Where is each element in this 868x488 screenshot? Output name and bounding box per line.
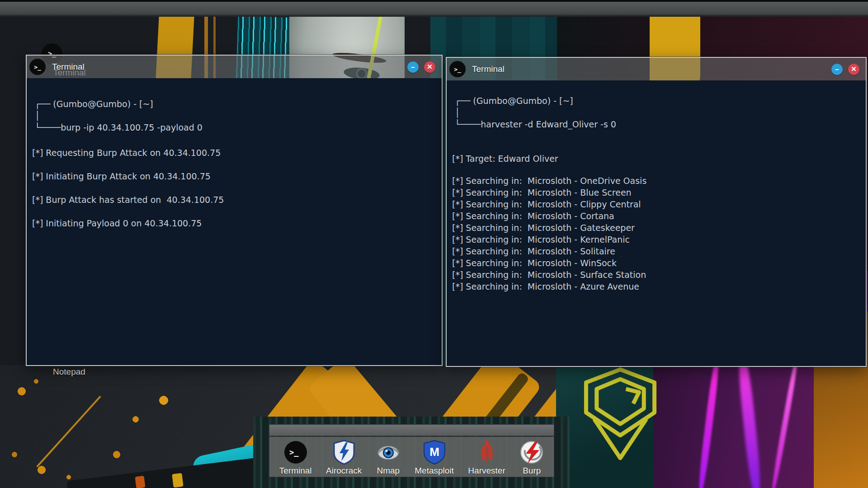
airocrack-icon (332, 440, 356, 465)
taskbar-handle[interactable] (269, 424, 554, 436)
titlebar[interactable]: >_ Terminal − ✕ (447, 58, 866, 80)
taskbar-label: Metasploit (415, 466, 454, 476)
terminal-glyph: >_ (454, 66, 461, 73)
nmap-icon (376, 440, 401, 465)
minimize-button[interactable]: − (831, 64, 843, 75)
output-line: [*] Target: Edward Oliver (452, 153, 861, 164)
terminal-output-area[interactable]: ┌── (Gumbo@Gumbo) - [~] │ └────burp -ip … (27, 78, 442, 365)
taskbar-item-harvester[interactable]: Harvester (468, 440, 505, 476)
output-line: [*] Initiating Payload 0 on 40.34.100.75 (32, 217, 437, 229)
terminal-window-harvester: >_ Terminal − ✕ ┌── (Gumbo@Gumbo) - [~] … (446, 57, 867, 367)
output-line: [*] Searching in: Microsloth - Gateskeep… (452, 222, 861, 234)
desktop: >_ Terminal Notepad >_ Terminal − ✕ ┌── … (0, 0, 868, 488)
terminal-output-area[interactable]: ┌── (Gumbo@Gumbo) - [~] │ └────harvester… (447, 80, 866, 366)
close-button[interactable]: ✕ (424, 61, 435, 73)
taskbar-item-metasploit[interactable]: M Metasploit (415, 440, 454, 476)
taskbar-label: Harvester (468, 466, 505, 476)
prompt-line: │ (32, 110, 437, 122)
output-line: [*] Requesting Burp Attack on 40.34.100.… (32, 147, 437, 159)
minimize-button[interactable]: − (407, 61, 419, 73)
terminal-icon: >_ (283, 440, 308, 465)
taskbar-item-airocrack[interactable]: Airocrack (326, 440, 362, 476)
output-line: [*] Searching in: Microsloth - WinSock (452, 257, 861, 269)
taskbar-item-burp[interactable]: Burp (519, 440, 544, 476)
notepad-shortcut-label[interactable]: Notepad (53, 367, 85, 377)
burp-icon (519, 440, 544, 465)
close-button[interactable]: ✕ (848, 64, 859, 75)
window-title: Terminal (472, 64, 505, 74)
taskbar-item-terminal[interactable]: >_ Terminal (279, 440, 312, 476)
output-line: [*] Searching in: Microsloth - OneDrive … (452, 175, 861, 187)
command-line: └────harvester -d Edward_Oliver -s 0 (452, 118, 861, 130)
command-line: └────burp -ip 40.34.100.75 -payload 0 (32, 122, 437, 133)
output-line: [*] Searching in: Microsloth - KernelPan… (452, 234, 861, 245)
shell-prompt: ┌── (Gumbo@Gumbo) - [~] │ └────harvester… (452, 95, 861, 130)
taskbar-item-nmap[interactable]: Nmap (376, 440, 401, 476)
taskbar-label: Nmap (377, 466, 400, 476)
titlebar[interactable]: >_ Terminal − ✕ (27, 56, 442, 78)
output-line: [*] Searching in: Microsloth - Blue Scre… (452, 187, 861, 198)
prompt-line: │ (452, 107, 861, 118)
prompt-line: ┌── (Gumbo@Gumbo) - [~] (32, 98, 437, 110)
bg-belt-icon (135, 476, 145, 488)
svg-text:>_: >_ (289, 448, 299, 457)
terminal-window-burp: >_ Terminal − ✕ ┌── (Gumbo@Gumbo) - [~] … (26, 55, 443, 366)
metasploit-icon: M (422, 440, 447, 465)
terminal-glyph: >_ (34, 64, 41, 70)
window-title: Terminal (52, 62, 85, 72)
bg-hexagon-emblem (580, 367, 661, 466)
output-line: [*] Initiating Burp Attack on 40.34.100.… (32, 170, 437, 182)
harvester-icon (475, 440, 499, 465)
taskbar-label: Airocrack (326, 466, 362, 476)
output-line: [*] Searching in: Microsloth - Clippy Ce… (452, 198, 861, 210)
terminal-icon: >_ (29, 59, 46, 75)
output-line: [*] Searching in: Microsloth - Surface S… (452, 269, 861, 281)
output-line: [*] Searching in: Microsloth - Cortana (452, 210, 861, 222)
bg-belt-icon (172, 473, 183, 488)
output-line: [*] Searching in: Microsloth - Azure Ave… (452, 281, 861, 292)
shell-prompt: ┌── (Gumbo@Gumbo) - [~] │ └────burp -ip … (32, 98, 437, 133)
top-system-bar (0, 0, 868, 17)
svg-text:M: M (429, 445, 439, 459)
terminal-icon: >_ (449, 61, 466, 77)
taskbar-label: Burp (523, 466, 541, 476)
taskbar: >_ Terminal Airocrack (269, 436, 554, 477)
search-results: [*] Searching in: Microsloth - OneDrive … (452, 175, 861, 292)
output-line: [*] Searching in: Microsloth - Solitaire (452, 245, 861, 257)
prompt-line: ┌── (Gumbo@Gumbo) - [~] (452, 95, 861, 107)
output-line: [*] Burp Attack has started on 40.34.100… (32, 194, 437, 206)
taskbar-label: Terminal (279, 466, 312, 476)
